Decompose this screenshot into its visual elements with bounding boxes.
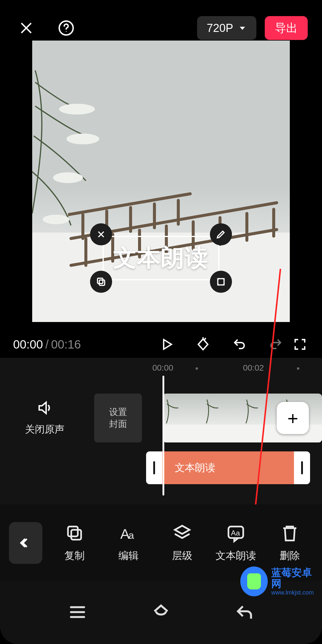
fullscreen-button[interactable] <box>291 335 309 353</box>
text-scale-handle[interactable] <box>210 271 232 293</box>
export-label: 导出 <box>275 21 298 36</box>
svg-point-5 <box>43 215 69 224</box>
tool-label: 层级 <box>172 549 192 563</box>
text-edit-handle[interactable] <box>210 223 232 245</box>
tool-delete[interactable]: 删除 <box>267 523 312 563</box>
nav-back-button[interactable] <box>235 602 254 623</box>
text-delete-handle[interactable] <box>90 223 112 245</box>
time-separator: / <box>45 338 49 351</box>
tool-text-to-speech[interactable]: Aa 文本朗读 <box>213 523 258 563</box>
layers-icon <box>172 523 192 543</box>
total-time: 00:16 <box>51 338 81 351</box>
svg-rect-6 <box>99 280 105 285</box>
svg-text:a: a <box>129 530 134 541</box>
svg-point-3 <box>66 134 99 144</box>
text-overlay[interactable]: 文本朗读 <box>103 236 219 280</box>
playhead[interactable] <box>162 376 164 496</box>
nav-menu-button[interactable] <box>68 602 87 623</box>
timeline[interactable]: 00:00 00:02 关闭原声 设置 封面 + <box>0 358 322 504</box>
svg-rect-8 <box>218 279 224 285</box>
track-trim-left[interactable] <box>146 451 162 484</box>
svg-text:Aa: Aa <box>231 529 240 537</box>
svg-rect-9 <box>71 530 81 540</box>
text-track-label: 文本朗读 <box>175 461 215 475</box>
chevron-down-icon <box>238 24 247 32</box>
ruler-label: 00:02 <box>243 363 264 373</box>
copy-icon <box>65 523 84 543</box>
tool-label: 编辑 <box>118 549 139 563</box>
play-button[interactable] <box>158 335 176 353</box>
current-time: 00:00 <box>13 338 43 351</box>
trash-icon <box>280 523 300 543</box>
tool-label: 删除 <box>280 549 300 563</box>
tool-edit[interactable]: Aa 编辑 <box>106 523 151 563</box>
tool-label: 复制 <box>64 549 85 563</box>
svg-rect-10 <box>68 527 78 536</box>
player-bar: 00:00 / 00:16 <box>0 331 322 358</box>
watermark-logo-icon <box>240 566 268 596</box>
tts-icon: Aa <box>226 523 246 543</box>
cover-label-line2: 封面 <box>109 418 127 430</box>
mute-original-audio[interactable]: 关闭原声 <box>0 400 89 436</box>
text-overlay-content: 文本朗读 <box>113 244 209 271</box>
watermark: 蓝莓安卓网 www.lmkjst.com <box>240 564 318 599</box>
mute-label: 关闭原声 <box>0 423 89 436</box>
export-button[interactable]: 导出 <box>265 16 308 40</box>
tool-layer[interactable]: 层级 <box>160 523 205 563</box>
cover-label-line1: 设置 <box>109 406 127 418</box>
undo-button[interactable] <box>230 335 248 353</box>
add-clip-button[interactable]: + <box>277 402 309 434</box>
ruler-tick <box>196 367 198 370</box>
track-trim-right[interactable] <box>294 451 310 484</box>
time-ruler: 00:00 00:02 <box>0 363 322 376</box>
ruler-tick <box>297 367 299 370</box>
resolution-selector[interactable]: 720P <box>197 16 256 40</box>
text-copy-handle[interactable] <box>90 271 112 293</box>
resolution-label: 720P <box>207 22 233 35</box>
svg-point-1 <box>66 31 67 32</box>
text-icon: Aa <box>119 523 138 543</box>
tool-label: 文本朗读 <box>216 549 256 563</box>
svg-rect-7 <box>97 278 103 284</box>
ruler-label: 00:00 <box>152 363 173 373</box>
set-cover-button[interactable]: 设置 封面 <box>94 394 142 442</box>
video-preview[interactable]: 文本朗读 <box>32 41 290 322</box>
nav-home-button[interactable] <box>151 602 171 623</box>
close-button[interactable] <box>14 16 38 40</box>
toolbar-back-button[interactable] <box>9 522 42 564</box>
watermark-line1: 蓝莓安卓网 <box>271 567 318 589</box>
redo-button[interactable] <box>267 335 285 353</box>
keyframe-button[interactable] <box>194 335 212 353</box>
svg-point-2 <box>59 104 95 114</box>
tool-copy[interactable]: 复制 <box>52 523 97 563</box>
text-track-item[interactable]: 文本朗读 <box>146 451 310 484</box>
watermark-line2: www.lmkjst.com <box>271 589 318 596</box>
help-button[interactable] <box>54 16 78 40</box>
